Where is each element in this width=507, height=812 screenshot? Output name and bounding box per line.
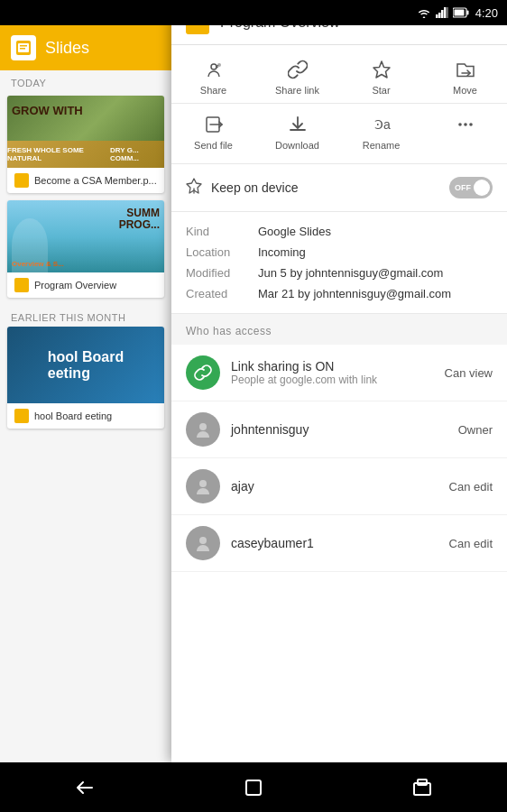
access-header: Who has access xyxy=(171,314,507,345)
home-nav-icon xyxy=(243,777,264,798)
download-label: Download xyxy=(275,140,319,151)
casey-role: Can edit xyxy=(449,537,493,550)
send-file-button[interactable]: Send file xyxy=(171,109,255,154)
card-name-csa: Become a CSA Member.p... xyxy=(34,175,157,186)
info-table: Kind Google Slides Location Incoming Mod… xyxy=(171,212,507,314)
toggle-text: OFF xyxy=(455,183,471,192)
casey-info: caseybaumer1 xyxy=(231,536,438,550)
casey-name: caseybaumer1 xyxy=(231,536,438,550)
svg-point-25 xyxy=(199,423,207,430)
location-value: Incoming xyxy=(258,245,306,259)
csa-card[interactable]: GROW WITH Becoming a CSA Mem... FRESH WH… xyxy=(7,96,164,193)
download-icon xyxy=(286,113,309,136)
link-sharing-role: Can view xyxy=(445,366,493,380)
card-name-summer: Program Overview xyxy=(34,280,116,291)
card-icon-school xyxy=(14,409,29,423)
access-item-casey[interactable]: caseybaumer1 Can edit xyxy=(171,515,507,572)
move-button[interactable]: Move xyxy=(423,54,507,99)
svg-rect-2 xyxy=(441,10,444,18)
rename-button[interactable]: Ͽa Rename xyxy=(339,109,423,154)
card-icon-summer xyxy=(14,278,29,292)
avatar-link xyxy=(186,355,220,390)
ajay-name: ajay xyxy=(231,479,438,494)
john-name: johntennisguy xyxy=(231,422,447,437)
link-sharing-info: Link sharing is ON People at google.com … xyxy=(231,359,434,386)
app-toolbar: Slides xyxy=(0,25,171,70)
toggle-knob xyxy=(474,180,490,196)
svg-point-26 xyxy=(199,480,207,487)
svg-marker-16 xyxy=(373,61,390,78)
modified-label: Modified xyxy=(186,266,258,280)
share-button[interactable]: Share xyxy=(171,54,255,99)
overlay-panel: Program Overview Share xyxy=(171,0,507,762)
ajay-role: Can edit xyxy=(449,480,493,494)
slides-app-icon xyxy=(11,35,36,60)
send-file-label: Send file xyxy=(194,140,233,151)
recent-nav-button[interactable] xyxy=(411,777,433,798)
share-link-label: Share link xyxy=(275,85,319,96)
school-card[interactable]: hool Boardeeting hool Board eeting xyxy=(7,327,164,429)
svg-rect-6 xyxy=(466,11,468,15)
share-link-button[interactable]: Share link xyxy=(255,54,339,99)
access-item-link[interactable]: Link sharing is ON People at google.com … xyxy=(171,345,507,401)
svg-rect-10 xyxy=(20,45,27,47)
svg-point-13 xyxy=(217,63,221,67)
home-nav-button[interactable] xyxy=(243,777,264,798)
star-icon xyxy=(370,58,393,81)
earlier-label: EARLIER THIS MONTH xyxy=(0,305,171,327)
svg-text:Ͽa: Ͽa xyxy=(374,117,391,132)
svg-point-12 xyxy=(211,64,217,69)
svg-rect-28 xyxy=(246,780,261,795)
today-label: TODAY xyxy=(0,70,171,96)
share-icon xyxy=(202,58,226,81)
access-item-john[interactable]: johntennisguy Owner xyxy=(171,401,507,458)
avatar-casey xyxy=(186,526,220,560)
more-icon xyxy=(454,113,477,136)
john-role: Owner xyxy=(458,423,493,437)
battery-icon xyxy=(453,7,469,18)
info-row-modified: Modified Jun 5 by johntennisguy@gmail.co… xyxy=(186,263,493,283)
back-nav-button[interactable] xyxy=(74,777,96,798)
time-display: 4:20 xyxy=(475,6,498,20)
card-icon-csa xyxy=(14,173,29,188)
back-nav-icon xyxy=(74,777,96,798)
svg-rect-1 xyxy=(438,13,441,18)
keep-label: Keep on device xyxy=(211,180,440,195)
svg-rect-4 xyxy=(447,7,448,18)
info-row-created: Created Mar 21 by johntennisguy@gmail.co… xyxy=(186,283,493,304)
send-file-icon xyxy=(202,113,226,136)
summer-thumb: SUMMPROG... Overview & S... xyxy=(7,200,164,272)
svg-point-23 xyxy=(469,123,473,126)
svg-rect-7 xyxy=(454,10,464,16)
school-thumb: hool Boardeeting xyxy=(7,327,164,403)
info-row-location: Location Incoming xyxy=(186,242,493,263)
summer-card[interactable]: SUMMPROG... Overview & S... Program Over… xyxy=(7,200,164,298)
kind-label: Kind xyxy=(186,225,258,238)
avatar-ajay xyxy=(186,469,220,503)
svg-rect-3 xyxy=(444,7,447,18)
svg-point-27 xyxy=(199,537,207,544)
more-button[interactable] xyxy=(423,109,507,154)
csa-thumb: GROW WITH Becoming a CSA Mem... FRESH WH… xyxy=(7,96,164,168)
info-row-kind: Kind Google Slides xyxy=(186,221,493,242)
created-value: Mar 21 by johntennisguy@gmail.com xyxy=(258,287,451,300)
move-icon xyxy=(454,58,477,81)
access-item-ajay[interactable]: ajay Can edit xyxy=(171,458,507,515)
signal-icon xyxy=(436,7,448,18)
svg-point-21 xyxy=(458,123,462,126)
ajay-info: ajay xyxy=(231,479,438,494)
download-button[interactable]: Download xyxy=(255,109,339,154)
share-link-icon xyxy=(286,58,309,81)
rename-label: Rename xyxy=(363,140,401,151)
location-label: Location xyxy=(186,245,258,259)
star-button[interactable]: Star xyxy=(339,54,423,99)
svg-rect-11 xyxy=(20,48,25,50)
keep-toggle[interactable]: OFF xyxy=(449,177,493,198)
modified-value: Jun 5 by johntennisguy@gmail.com xyxy=(258,266,443,280)
link-sharing-name: Link sharing is ON xyxy=(231,359,434,374)
status-bar: 4:20 xyxy=(0,0,507,25)
rename-icon: Ͽa xyxy=(370,113,393,136)
svg-point-22 xyxy=(464,123,467,126)
kind-value: Google Slides xyxy=(258,225,331,238)
action-row-1: Share Share link Star xyxy=(171,45,507,104)
